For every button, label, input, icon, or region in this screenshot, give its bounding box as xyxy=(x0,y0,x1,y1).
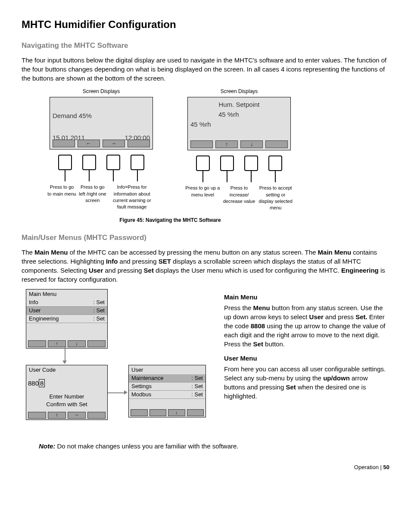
icon-blank xyxy=(131,409,148,416)
screen-a-column: Screen Displays Demand 45% 15.01.2011 12… xyxy=(47,88,155,211)
caption-b1: Press to go up a menu level xyxy=(185,185,220,212)
hw-button-1[interactable] xyxy=(58,155,72,170)
section2-paragraph: The Main Menu of the MHTC can be accesse… xyxy=(22,248,389,284)
info-icon xyxy=(128,140,150,147)
set-icon xyxy=(265,140,288,148)
figure-caption: Figure 45: Navigating the MHTC Software xyxy=(47,217,293,224)
connector xyxy=(108,392,125,393)
connector xyxy=(65,346,66,361)
page-footer: Operation | 50 xyxy=(22,464,389,471)
caption-a2: Press to go left /right one screen xyxy=(78,184,107,211)
screen-a-demand: Demand 45% xyxy=(53,111,150,120)
section-heading-navigating: Navigating the MHTC Software xyxy=(22,40,389,51)
arrow-icon xyxy=(124,390,128,395)
arrow-icon xyxy=(62,361,67,364)
menu-flow-diagram: Main Menu Info: Set User: Set Engineerin… xyxy=(22,289,207,436)
screen-b-title: Hum. Setpoint xyxy=(190,100,288,109)
page-title: MHTC Humidifier Configuration xyxy=(22,17,389,32)
right-arrow-icon: → xyxy=(103,140,125,147)
caption-a1: Press to go to main menu xyxy=(47,184,76,211)
down-arrow-icon: ↓ xyxy=(168,409,185,416)
up-arrow-icon: ↑ xyxy=(48,412,66,419)
screen-b-column: Screen Displays Hum. Setpoint 45 %rh 45 … xyxy=(185,88,293,211)
hw-button-b2[interactable] xyxy=(220,156,234,171)
hw-button-4[interactable] xyxy=(131,155,144,170)
caption-b3: Press to accept setting or display selec… xyxy=(258,185,293,212)
down-arrow-icon: ↓ xyxy=(240,140,263,148)
hw-button-b1[interactable] xyxy=(196,156,210,171)
section-heading-menus: Main/User Menus (MHTC Password) xyxy=(22,233,389,243)
screen-a-label: Screen Displays xyxy=(83,88,120,95)
note: Note: Do not make changes unless you are… xyxy=(39,442,389,451)
figure-45: Screen Displays Demand 45% 15.01.2011 12… xyxy=(47,88,389,224)
user-menu-screen: User Maintenance: Set Settings: Set Modb… xyxy=(128,365,206,417)
caption-a3: Info=Press for information about current… xyxy=(109,184,155,211)
main-menu-title: Main Menu xyxy=(29,290,56,298)
screen-b-setpoint: 45 %rh xyxy=(190,110,288,119)
main-menu-paragraph: Press the Menu button from any status sc… xyxy=(224,303,389,348)
icon-blank xyxy=(28,340,46,347)
user-code-screen: User Code 8808 Enter Number Confirm with… xyxy=(26,365,108,420)
caption-b2: Press to increase/ decrease value xyxy=(222,185,257,212)
side-explanation: Main Menu Press the Menu button from any… xyxy=(224,289,389,436)
icon-blank xyxy=(149,409,167,416)
screen-b-label: Screen Displays xyxy=(221,88,258,95)
section1-paragraph: The four input buttons below the digital… xyxy=(22,56,389,83)
right-arrow-icon: → xyxy=(68,412,86,419)
down-arrow-icon: ↓ xyxy=(68,340,86,347)
screen-b-current: 45 %rh xyxy=(190,120,288,129)
hw-button-b3[interactable] xyxy=(244,156,258,171)
icon-blank xyxy=(87,412,106,419)
hw-button-2[interactable] xyxy=(82,155,96,170)
user-menu-title: User xyxy=(131,366,143,374)
menu-icon xyxy=(53,140,75,147)
user-code-title: User Code xyxy=(29,366,56,374)
back-icon xyxy=(190,140,213,148)
main-menu-heading: Main Menu xyxy=(224,292,389,302)
screen-b: Hum. Setpoint 45 %rh 45 %rh ↑ ↓ xyxy=(187,97,291,150)
edit-digit: 8 xyxy=(39,379,45,387)
icon-blank xyxy=(187,409,204,416)
screen-a: Demand 45% 15.01.2011 12:00:00 ← → xyxy=(50,97,153,149)
up-arrow-icon: ↑ xyxy=(215,140,238,148)
up-arrow-icon: ↑ xyxy=(48,340,66,347)
icon-blank xyxy=(28,412,46,419)
icon-blank xyxy=(87,340,106,347)
hw-button-3[interactable] xyxy=(106,155,120,170)
left-arrow-icon: ← xyxy=(78,140,100,147)
user-menu-heading: User Menu xyxy=(224,354,389,363)
user-menu-paragraph: From here you can access all user config… xyxy=(224,364,389,401)
hw-button-b4[interactable] xyxy=(268,156,282,171)
main-menu-screen: Main Menu Info: Set User: Set Engineerin… xyxy=(26,289,108,348)
